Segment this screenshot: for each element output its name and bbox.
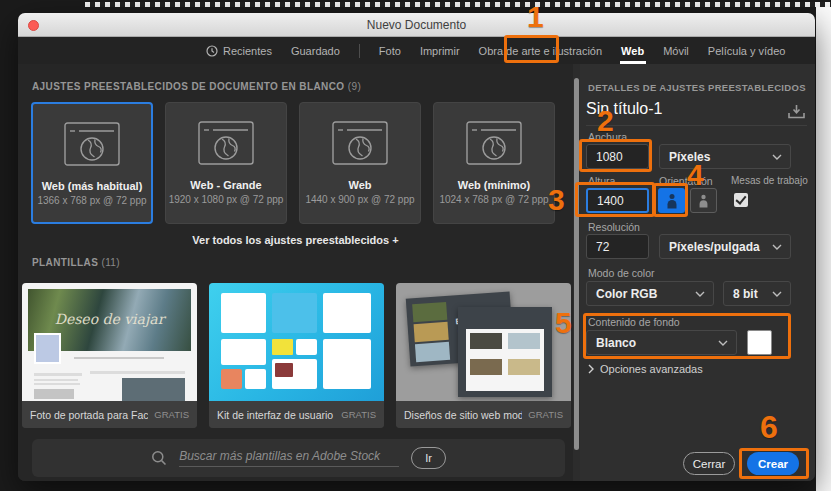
tab-label: Imprimir	[420, 45, 460, 57]
background-color-swatch[interactable]	[747, 330, 772, 355]
preset-card-web[interactable]: Web 1440 x 900 px @ 72 ppp	[299, 102, 421, 224]
clock-icon	[206, 45, 218, 57]
site-mockup-2	[458, 307, 552, 397]
tab-label: Web	[621, 45, 644, 57]
photo-strip	[412, 302, 447, 322]
post-line	[90, 371, 185, 374]
kit-tile	[323, 293, 371, 333]
selection-marching-ants	[85, 2, 831, 7]
resolution-unit-select[interactable]: Píxeles/pulgada	[659, 234, 791, 259]
unit-select[interactable]: Píxeles	[659, 144, 791, 169]
post-photo	[122, 378, 185, 401]
chevron-right-icon	[588, 364, 594, 374]
color-mode-label: Modo de color	[588, 267, 655, 279]
orientation-portrait-button[interactable]	[658, 188, 685, 213]
bit-depth-select[interactable]: 8 bit	[723, 281, 791, 306]
landscape-person-icon	[698, 194, 709, 208]
width-label: Anchura	[588, 131, 627, 143]
tab-obra-de-arte[interactable]: Obra de arte e ilustración	[479, 45, 603, 57]
tab-recientes[interactable]: Recientes	[206, 45, 272, 57]
screenshot-stage: Nuevo Documento Recientes Guardado Foto …	[0, 0, 831, 491]
template-title: Kit de interfaz de usuario de es...	[217, 409, 335, 421]
kit-tile	[272, 293, 317, 333]
kit-accent-orange	[221, 369, 242, 389]
view-all-presets-link[interactable]: Ver todos los ajustes preestablecidos +	[18, 234, 573, 246]
preset-dims: 1366 x 768 px @ 72 ppp	[37, 195, 146, 206]
preset-name: Web (mínimo)	[458, 179, 531, 191]
background-label: Contenido de fondo	[588, 316, 680, 328]
template-thumbnail	[209, 283, 384, 401]
color-mode-select[interactable]: Color RGB	[586, 281, 714, 306]
kit-tile	[221, 293, 266, 333]
templates-header-text: PLANTILLAS	[32, 257, 98, 268]
document-name-field[interactable]: Sin título-1	[586, 100, 662, 117]
unit-value: Píxeles	[669, 150, 710, 164]
vertical-scrollbar[interactable]	[573, 64, 580, 481]
text-line	[34, 373, 82, 376]
template-thumbnail: Deseo de viajar	[22, 283, 197, 401]
chevron-down-icon	[772, 291, 782, 297]
browser-globe-icon	[332, 121, 388, 165]
artboards-label: Mesas de trabajo	[731, 175, 808, 186]
blank-presets-count: (9)	[348, 81, 361, 92]
preset-name: Web - Grande	[190, 179, 261, 191]
scrollbar-thumb[interactable]	[574, 78, 579, 450]
template-card-modern-web[interactable]: EMPRESA NOMBRE AQUÍ Diseños de sitio web…	[396, 283, 571, 428]
kit-tile	[245, 369, 266, 389]
search-go-button[interactable]: Ir	[411, 447, 446, 469]
tab-divider	[359, 44, 360, 58]
preset-card-web-mas-habitual[interactable]: Web (más habitual) 1366 x 768 px @ 72 pp…	[31, 102, 153, 224]
resolution-value: 72	[596, 240, 609, 254]
text-line	[34, 383, 80, 385]
template-card-ui-kit[interactable]: Kit de interfaz de usuario de es... GRAT…	[209, 283, 384, 428]
tab-imprimir[interactable]: Imprimir	[420, 45, 460, 57]
background-select[interactable]: Blanco	[586, 330, 737, 355]
background-value: Blanco	[596, 336, 636, 350]
kit-accent-yellow	[272, 339, 293, 355]
template-badge: GRATIS	[528, 409, 563, 420]
photo-block	[470, 359, 502, 375]
chevron-down-icon	[718, 340, 728, 346]
close-button[interactable]: Cerrar	[683, 452, 735, 475]
create-button[interactable]: Crear	[747, 452, 799, 475]
advanced-options-label: Opciones avanzadas	[600, 363, 703, 375]
search-input[interactable]	[179, 449, 399, 467]
tab-foto[interactable]: Foto	[379, 45, 401, 57]
height-input[interactable]: 1400	[586, 188, 649, 213]
width-input[interactable]: 1080	[586, 144, 649, 169]
resolution-label: Resolución	[588, 221, 640, 233]
chevron-down-icon	[695, 291, 705, 297]
modern-web-art: EMPRESA NOMBRE AQUÍ	[396, 283, 571, 401]
template-card-facebook-cover[interactable]: Deseo de viajar Foto de portada para Fac…	[22, 283, 197, 428]
height-label: Altura	[588, 175, 615, 187]
profile-avatar	[34, 333, 61, 364]
tab-web[interactable]: Web	[621, 45, 644, 57]
kit-tile	[296, 339, 317, 355]
advanced-options-toggle[interactable]: Opciones avanzadas	[588, 363, 703, 375]
tab-label: Recientes	[223, 45, 272, 57]
save-preset-icon[interactable]	[788, 105, 805, 123]
tab-pelicula-video[interactable]: Película y vídeo	[708, 45, 786, 57]
photo-block	[508, 359, 540, 375]
template-caption: Foto de portada para Faceboo... GRATIS	[22, 401, 197, 428]
templates-count: (11)	[101, 257, 120, 268]
cover-script-text: Deseo de viajar	[28, 311, 191, 327]
tab-label: Obra de arte e ilustración	[479, 45, 603, 57]
resolution-unit-value: Píxeles/pulgada	[669, 240, 760, 254]
kit-accent-red	[275, 363, 293, 377]
photo-block	[470, 333, 502, 349]
template-title: Foto de portada para Faceboo...	[30, 409, 148, 421]
tab-movil[interactable]: Móvil	[663, 45, 689, 57]
tab-guardado[interactable]: Guardado	[291, 45, 340, 57]
orientation-landscape-button[interactable]	[690, 188, 717, 213]
template-title: Diseños de sitio web modernos	[404, 409, 522, 421]
dialog-title: Nuevo Documento	[18, 13, 815, 37]
preset-card-web-grande[interactable]: Web - Grande 1920 x 1080 px @ 72 ppp	[165, 102, 287, 224]
artboards-checkbox[interactable]	[734, 193, 748, 207]
orientation-label: Orientación	[659, 175, 713, 187]
adobe-stock-search-bar: Ir	[32, 439, 565, 477]
resolution-input[interactable]: 72	[586, 234, 649, 259]
preset-card-web-minimo[interactable]: Web (mínimo) 1024 x 768 px @ 72 ppp	[433, 102, 555, 224]
preset-name: Web (más habitual)	[42, 180, 143, 192]
browser-globe-icon	[64, 122, 120, 166]
